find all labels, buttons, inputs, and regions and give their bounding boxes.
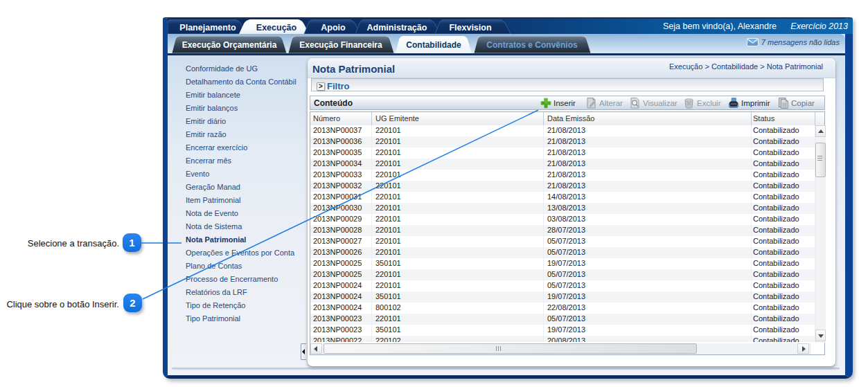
svg-text:Administração: Administração — [367, 23, 427, 33]
svg-text:Planejamento: Planejamento — [179, 23, 236, 33]
svg-text:Contabilidade: Contabilidade — [406, 40, 461, 50]
svg-text:Contratos e Convênios: Contratos e Convênios — [486, 40, 578, 50]
svg-text:Flexvision: Flexvision — [449, 23, 491, 33]
svg-text:Execução: Execução — [256, 23, 297, 33]
svg-text:Apoio: Apoio — [321, 23, 346, 33]
svg-text:Execução Orçamentária: Execução Orçamentária — [182, 40, 277, 50]
svg-text:Execução Financeira: Execução Financeira — [299, 40, 382, 50]
